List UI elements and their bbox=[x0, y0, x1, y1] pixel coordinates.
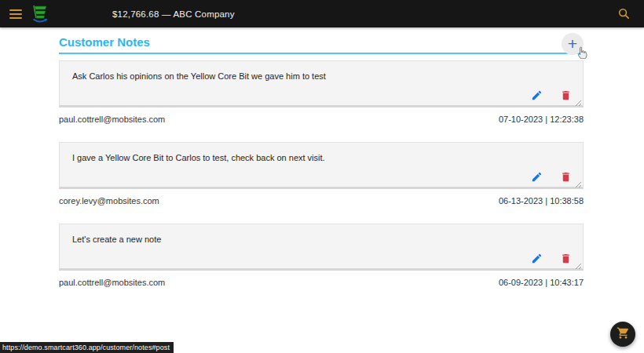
search-icon[interactable] bbox=[617, 7, 631, 20]
pencil-icon bbox=[531, 173, 543, 185]
cart-fab-button[interactable] bbox=[610, 322, 635, 347]
note-author: paul.cottrell@mobsites.com bbox=[59, 278, 165, 287]
note-textarea[interactable]: Ask Carlos his opinions on the Yellow Co… bbox=[59, 60, 584, 107]
note-text: Ask Carlos his opinions on the Yellow Co… bbox=[60, 61, 583, 81]
status-bar-url: https://demo.smartcart360.app/customer/n… bbox=[0, 341, 174, 353]
note-timestamp: 06-09-2023 | 10:43:17 bbox=[499, 278, 584, 287]
pencil-icon bbox=[531, 92, 543, 104]
textarea-resize-handle[interactable] bbox=[575, 263, 582, 270]
customer-notes-page: Customer Notes + Ask Carlos his opinions… bbox=[59, 27, 584, 287]
delete-note-button[interactable] bbox=[560, 253, 572, 264]
textarea-resize-handle[interactable] bbox=[575, 100, 582, 107]
delete-note-button[interactable] bbox=[560, 89, 572, 101]
note-timestamp: 06-13-2023 | 10:38:58 bbox=[499, 196, 584, 206]
note-author: corey.levy@mobsites.com bbox=[59, 196, 159, 206]
pencil-icon bbox=[531, 255, 543, 267]
edit-note-button[interactable] bbox=[531, 89, 543, 101]
shopping-cart-icon bbox=[617, 326, 630, 342]
delete-note-button[interactable] bbox=[560, 171, 572, 183]
note-text: Let's create a new note bbox=[60, 224, 583, 244]
note-item: Ask Carlos his opinions on the Yellow Co… bbox=[59, 60, 584, 124]
note-item: I gave a Yellow Core Bit to Carlos to te… bbox=[59, 142, 584, 206]
note-text: I gave a Yellow Core Bit to Carlos to te… bbox=[60, 143, 583, 162]
page-header: Customer Notes + bbox=[59, 32, 584, 54]
add-note-button[interactable]: + bbox=[562, 33, 584, 55]
smartcart-logo-icon[interactable] bbox=[29, 3, 49, 25]
note-textarea[interactable]: I gave a Yellow Core Bit to Carlos to te… bbox=[59, 142, 584, 189]
trash-icon bbox=[560, 255, 572, 267]
edit-note-button[interactable] bbox=[531, 253, 543, 264]
edit-note-button[interactable] bbox=[531, 171, 543, 183]
account-balance-title: $12,766.68 — ABC Company bbox=[112, 9, 235, 19]
hamburger-menu-icon[interactable] bbox=[9, 9, 22, 19]
trash-icon bbox=[560, 92, 572, 104]
note-item: Let's create a new note paul.cottrell@mo… bbox=[59, 224, 584, 287]
textarea-resize-handle[interactable] bbox=[575, 181, 582, 188]
note-author: paul.cottrell@mobsites.com bbox=[59, 115, 165, 124]
trash-icon bbox=[560, 173, 572, 185]
page-title: Customer Notes bbox=[59, 35, 150, 49]
note-textarea[interactable]: Let's create a new note bbox=[59, 224, 584, 271]
top-app-bar: $12,766.68 — ABC Company bbox=[0, 0, 644, 27]
plus-icon: + bbox=[568, 35, 577, 53]
note-timestamp: 07-10-2023 | 12:23:38 bbox=[499, 115, 584, 124]
